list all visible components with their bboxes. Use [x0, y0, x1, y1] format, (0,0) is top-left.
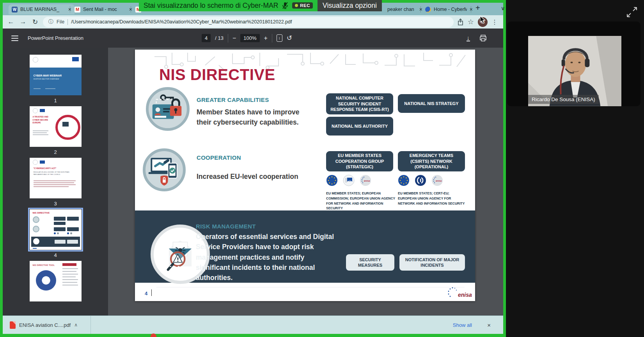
print-icon[interactable]: [479, 35, 487, 41]
url-separator: [67, 19, 68, 25]
zoom-out-icon[interactable]: −: [232, 35, 236, 42]
tab-home-cybermar[interactable]: Home - CyberMA ×: [422, 4, 476, 14]
cooperation-caption-1: EU MEMBER STATES; EUROPEAN COMMISSION; E…: [326, 191, 396, 211]
thumbnail-page-5[interactable]: NIS DIRECTIVE TOOL: [30, 261, 82, 301]
participant-name-label: Ricardo De Sousa (ENISA): [528, 95, 599, 104]
browser-window: W BLUE MARINAS_ × M Sent Mail - moc × M …: [3, 3, 503, 334]
overflow-menu-icon[interactable]: ⋮: [491, 18, 498, 26]
rec-badge: REC: [292, 2, 313, 9]
reload-icon[interactable]: ↻: [31, 18, 39, 26]
tab-blue-marinas[interactable]: W BLUE MARINAS_ ×: [9, 4, 75, 14]
tab-sent-mail[interactable]: M Sent Mail - moc ×: [71, 4, 135, 14]
nis-strategy-box: NATIONAL NIS STRATEGY: [398, 94, 465, 113]
address-actions: ☆ M ⋮: [457, 17, 499, 27]
thumb5-donut: [36, 270, 56, 291]
tab-separator: [70, 6, 70, 12]
url-field[interactable]: ⓘ File /Users/monicacanepa/Downloads/ENI…: [43, 17, 454, 27]
tab-title: peaker chan: [387, 7, 417, 12]
thumb1-subtitle: AVIATION SECTOR OVERVIEW: [34, 78, 82, 80]
screen-share-banner: Stai visualizzando lo schermo di Cyber-M…: [139, 0, 382, 11]
downloads-divider: [90, 316, 91, 334]
cooperation-group-logos: enisa: [326, 175, 371, 186]
thumbnail-page-3[interactable]: "CYBERSECURITY ACT" REGULATION (EU) 2019…: [30, 158, 82, 198]
slide-page-number: 4: [145, 291, 147, 296]
rotate-icon[interactable]: ↺: [287, 34, 292, 42]
thumbnail-item[interactable]: A TRUSTED AND CYBER SECURE EUROPE 2: [30, 106, 82, 155]
back-icon[interactable]: ←: [7, 18, 15, 26]
european-commission-icon: [343, 175, 355, 186]
expand-fullscreen-icon[interactable]: [626, 6, 638, 18]
tab-separator: [131, 6, 131, 12]
slide-title: NIS DIRECTIVE: [159, 66, 275, 84]
slide-page: NIS DIRECTIVE: [135, 50, 475, 301]
downloaded-filename[interactable]: ENISA aviation C....pdf: [19, 322, 71, 328]
info-icon[interactable]: ⓘ: [48, 18, 53, 25]
tab-separator: [471, 6, 471, 12]
close-downloads-icon[interactable]: ×: [487, 322, 491, 328]
menu-icon[interactable]: [11, 36, 18, 41]
svg-text:enisa: enisa: [364, 180, 370, 182]
thumb3-body: REGULATION (EU) 2019/881 OF THE EUROPEAN…: [34, 171, 77, 176]
tab-speaker-chat[interactable]: peaker chan ×: [384, 4, 426, 14]
thumb4-title: NIS DIRECTIVE: [33, 212, 50, 214]
view-options-button[interactable]: Visualizza opzioni: [318, 0, 382, 11]
csirt-box: NATIONAL COMPUTER SECURITY INCIDENT RESP…: [326, 93, 393, 114]
webcam-panel[interactable]: Ricardo De Sousa (ENISA): [507, 21, 640, 106]
pdf-document-title: PowerPoint Presentation: [28, 35, 83, 41]
thumbnail-item[interactable]: NIS DIRECTIVE: [30, 209, 82, 258]
tab-title: Sent Mail - moc: [83, 7, 126, 12]
fit-page-icon[interactable]: ↕: [277, 34, 282, 42]
pdf-toolbar-right: ↓: [467, 35, 487, 41]
word-doc-icon: W: [12, 7, 18, 12]
zoom-in-icon[interactable]: +: [264, 35, 268, 42]
address-bar: ← → ↻ ⓘ File /Users/monicacanepa/Downloa…: [3, 15, 503, 29]
toolbar-divider: [272, 34, 272, 43]
thumbnail-page-1[interactable]: CYBER-MAR WEBINAR AVIATION SECTOR OVERVI…: [30, 55, 82, 95]
capabilities-body: Member States have to improve their cybe…: [197, 107, 314, 128]
pdf-viewport[interactable]: NIS DIRECTIVE: [108, 48, 503, 316]
pdf-file-icon: [10, 321, 16, 329]
share-icon[interactable]: [457, 18, 464, 26]
csirts-network-box: EMERGENCY TEAMS (CSIRTS) NETWORK (OPERAT…: [398, 151, 465, 171]
tab-title: Home - CyberMA: [434, 7, 467, 12]
file-menu-chevron-icon[interactable]: ∧: [74, 322, 78, 328]
thumbnail-item[interactable]: "CYBERSECURITY ACT" REGULATION (EU) 2019…: [30, 158, 82, 206]
zoom-level[interactable]: 100%: [240, 34, 259, 42]
tab-search-chevron-icon[interactable]: ∨: [501, 5, 505, 11]
forward-icon[interactable]: →: [19, 18, 27, 26]
enisa-wordmark: enisa: [458, 292, 472, 298]
tab-separator: [420, 6, 421, 12]
toolbar-divider: [228, 34, 228, 43]
thumbnail-page-4-selected[interactable]: NIS DIRECTIVE: [30, 209, 82, 250]
downloaded-file-chip[interactable]: ENISA aviation C....pdf ∧: [3, 321, 78, 329]
page-number-input[interactable]: 4: [202, 34, 211, 42]
thumb3-title: "CYBERSECURITY ACT": [34, 167, 57, 169]
id-card-lock-icon: [146, 87, 190, 131]
gmail-icon: M: [75, 7, 80, 12]
tab-title: BLUE MARINAS_: [20, 7, 66, 12]
thumbnail-number: 1: [54, 98, 57, 103]
thumbnail-item[interactable]: NIS DIRECTIVE TOOL: [30, 261, 82, 301]
text-cursor: [151, 289, 152, 296]
mouse-cursor: [480, 16, 486, 24]
thumb1-blue-band: CYBER-MAR WEBINAR AVIATION SECTOR OVERVI…: [30, 68, 82, 95]
url-path: /Users/monicacanepa/Downloads/ENISA%20av…: [71, 19, 292, 25]
show-all-link[interactable]: Show all: [453, 322, 472, 328]
new-tab-button[interactable]: +: [475, 4, 480, 12]
eu-flag-mini: [72, 57, 79, 61]
csirts-network-logos: enisa: [398, 175, 443, 186]
thumbnail-item[interactable]: CYBER-MAR WEBINAR AVIATION SECTOR OVERVI…: [30, 55, 82, 103]
cooperation-heading: COOPERATION: [197, 154, 241, 161]
downloads-bar: ENISA aviation C....pdf ∧ Show all ×: [3, 316, 503, 334]
thumb2-diagram: [55, 115, 80, 140]
rec-dot-icon: [295, 4, 298, 7]
thumb5-title: NIS DIRECTIVE TOOL: [33, 264, 55, 266]
download-icon[interactable]: ↓: [467, 35, 470, 41]
bookmark-star-icon[interactable]: ☆: [468, 18, 474, 26]
thumbnail-page-2[interactable]: A TRUSTED AND CYBER SECURE EUROPE: [30, 106, 82, 147]
recording-dot: [151, 333, 156, 337]
risk-body: Operators of essential services and Digi…: [196, 232, 338, 283]
footer-divider: [156, 287, 465, 287]
pdf-page-controls: 4 / 13 − 100% + ↕ ↺: [202, 34, 292, 43]
security-measures-box: SECURITY MEASURES: [346, 254, 394, 271]
